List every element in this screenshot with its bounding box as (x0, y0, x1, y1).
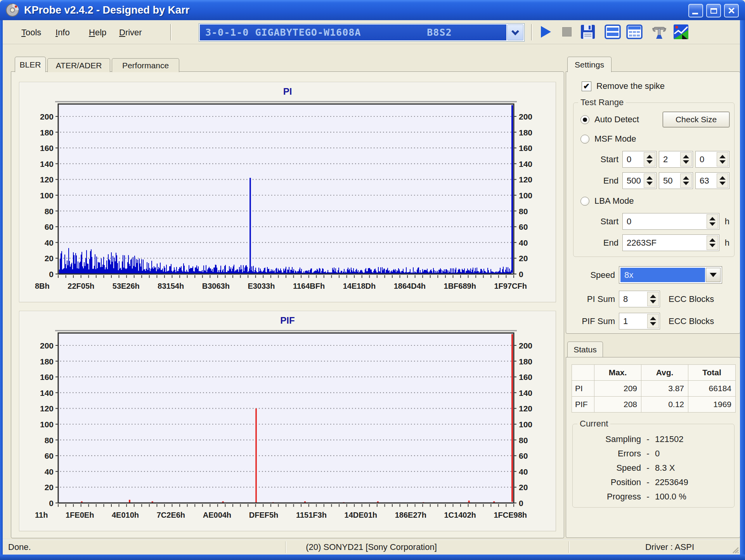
svg-text:60: 60 (519, 451, 528, 460)
lba-mode-option[interactable]: LBA Mode (580, 194, 729, 208)
lba-end-field[interactable]: 2263SF (622, 234, 719, 251)
sampling-value: 121502 (655, 434, 683, 444)
spin-up-icon[interactable] (683, 155, 689, 158)
remove-spike-checkbox[interactable]: ✔ (582, 81, 591, 91)
msf-mode-radio[interactable] (580, 135, 589, 144)
svg-text:180: 180 (519, 357, 532, 366)
col-total: Total (688, 365, 736, 381)
position-value: 2253649 (655, 477, 688, 487)
spinner[interactable] (644, 152, 655, 166)
spin-down-icon[interactable] (719, 160, 726, 164)
lba-start-field[interactable]: 0 (622, 213, 719, 230)
pif-row-label: PIF (572, 397, 594, 413)
msf-start-frame-field[interactable]: 0 (695, 151, 729, 168)
tab-status[interactable]: Status (567, 342, 603, 357)
auto-detect-option[interactable]: Auto Detect Check Size (580, 112, 729, 127)
tab-ater-ader[interactable]: ATER/ADER (47, 58, 110, 72)
app-window: KProbe v2.4.2 - Designed by Karr ✕ Tools… (0, 0, 745, 560)
start-scan-button[interactable] (537, 23, 555, 41)
spin-up-icon[interactable] (719, 176, 726, 180)
minimize-button[interactable] (688, 4, 703, 17)
graph-tool-button[interactable] (672, 23, 690, 41)
save-button[interactable] (579, 23, 597, 41)
spinner[interactable] (717, 173, 728, 188)
lba-mode-radio[interactable] (580, 197, 589, 206)
pif-sum-field[interactable]: 1 (619, 313, 660, 329)
pif-sum-label: PIF Sum (573, 316, 615, 326)
svg-text:140: 140 (40, 160, 54, 168)
sampling-label: Sampling (576, 434, 641, 444)
spin-down-icon[interactable] (650, 300, 656, 303)
spinner[interactable] (647, 314, 659, 328)
check-size-button[interactable]: Check Size (663, 112, 729, 127)
speed-current-value: 8.3 X (655, 463, 675, 473)
pif-avg-value: 0.12 (641, 397, 688, 413)
drive-select-dropdown-button[interactable] (507, 24, 523, 40)
spinner[interactable] (717, 152, 728, 166)
spin-up-icon[interactable] (709, 217, 716, 220)
msf-end-sec-field[interactable]: 50 (659, 172, 693, 189)
dash: - (641, 477, 655, 487)
msf-start-min-field[interactable]: 0 (622, 151, 657, 168)
msf-end-min-field[interactable]: 500 (622, 172, 657, 189)
spinner[interactable] (680, 152, 692, 166)
lba-start-row: Start 0 h (577, 213, 729, 230)
status-bar: Done. (20) SONYD21 [Sony Corporation] Dr… (3, 539, 740, 555)
pi-row-label: PI (572, 381, 594, 397)
stop-scan-button[interactable] (558, 23, 576, 41)
tab-bler[interactable]: BLER (15, 57, 46, 72)
drive-select-combobox[interactable]: 3-0-1-0 GIGABYTEGO-W1608A B8S2 (199, 23, 525, 42)
spin-up-icon[interactable] (650, 317, 656, 320)
drive-firmware-code: B8S2 (427, 27, 452, 38)
spin-down-icon[interactable] (709, 222, 716, 226)
spin-down-icon[interactable] (646, 182, 653, 185)
svg-text:160: 160 (40, 373, 54, 381)
spinner[interactable] (707, 236, 718, 250)
tab-performance[interactable]: Performance (112, 58, 179, 72)
spinner[interactable] (644, 173, 655, 188)
spinner[interactable] (707, 214, 718, 229)
spin-down-icon[interactable] (683, 160, 689, 164)
view-split-rows-button[interactable] (603, 23, 622, 41)
spinner[interactable] (647, 292, 659, 306)
svg-text:200: 200 (519, 341, 532, 350)
svg-text:160: 160 (519, 144, 532, 153)
resize-grip[interactable] (730, 544, 739, 554)
spin-down-icon[interactable] (683, 182, 689, 185)
menu-tools[interactable]: Tools (18, 26, 44, 40)
view-data-grid-button[interactable] (625, 23, 644, 41)
spin-down-icon[interactable] (650, 322, 656, 326)
pi-sum-field[interactable]: 8 (619, 291, 660, 307)
spin-up-icon[interactable] (646, 176, 653, 180)
auto-detect-radio[interactable] (580, 115, 589, 124)
msf-start-sec-field[interactable]: 2 (659, 151, 693, 168)
speed-dropdown[interactable]: 8x (619, 266, 722, 284)
msf-mode-option[interactable]: MSF Mode (580, 132, 729, 146)
transfer-mode-button[interactable] (650, 23, 669, 41)
remove-spike-option[interactable]: ✔ Remove the spike (582, 81, 735, 91)
lba-start-unit: h (725, 217, 729, 227)
menu-driver[interactable]: Driver (116, 26, 145, 40)
msf-end-frame-field[interactable]: 63 (695, 172, 729, 189)
spinner[interactable] (680, 173, 692, 188)
spin-up-icon[interactable] (709, 238, 716, 242)
minimize-icon (692, 13, 698, 14)
svg-text:200: 200 (40, 341, 54, 350)
spin-up-icon[interactable] (646, 155, 653, 158)
tab-settings[interactable]: Settings (567, 57, 612, 72)
pif-sum-unit: ECC Blocks (669, 316, 714, 326)
spin-up-icon[interactable] (719, 155, 726, 158)
maximize-button[interactable] (706, 4, 721, 17)
menu-info[interactable]: Info (52, 26, 73, 40)
menu-help[interactable]: Help (86, 26, 109, 40)
table-header-row: Max. Avg. Total (572, 365, 736, 381)
spin-down-icon[interactable] (646, 160, 653, 164)
spin-down-icon[interactable] (719, 182, 726, 185)
close-button[interactable]: ✕ (724, 4, 739, 17)
spin-up-icon[interactable] (683, 176, 689, 180)
spin-down-icon[interactable] (709, 244, 716, 247)
x-axis-label: 1BF689h (444, 282, 476, 291)
spin-up-icon[interactable] (650, 295, 656, 298)
position-label: Position (576, 477, 641, 487)
speed-dropdown-button[interactable] (706, 268, 721, 282)
